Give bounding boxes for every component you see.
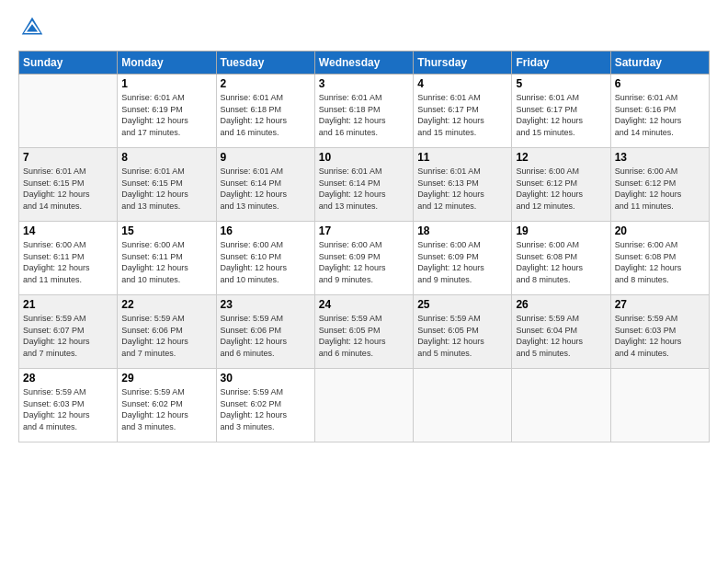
weekday-header-sunday: Sunday — [19, 52, 118, 75]
calendar-cell: 21Sunrise: 5:59 AM Sunset: 6:07 PM Dayli… — [19, 295, 118, 369]
calendar-cell: 28Sunrise: 5:59 AM Sunset: 6:03 PM Dayli… — [19, 369, 118, 442]
calendar-cell: 25Sunrise: 5:59 AM Sunset: 6:05 PM Dayli… — [414, 295, 512, 369]
calendar-cell: 5Sunrise: 6:01 AM Sunset: 6:17 PM Daylig… — [512, 75, 610, 148]
day-number: 13 — [615, 151, 705, 164]
calendar-week-row: 21Sunrise: 5:59 AM Sunset: 6:07 PM Dayli… — [19, 295, 710, 369]
day-number: 25 — [417, 298, 507, 311]
calendar-cell: 13Sunrise: 6:00 AM Sunset: 6:12 PM Dayli… — [610, 148, 709, 222]
calendar-cell: 11Sunrise: 6:01 AM Sunset: 6:13 PM Dayli… — [414, 148, 512, 222]
day-info: Sunrise: 6:01 AM Sunset: 6:15 PM Dayligh… — [23, 166, 113, 212]
weekday-header-thursday: Thursday — [414, 52, 512, 75]
weekday-header-friday: Friday — [512, 52, 610, 75]
weekday-header-tuesday: Tuesday — [216, 52, 314, 75]
day-number: 4 — [417, 77, 507, 90]
day-info: Sunrise: 5:59 AM Sunset: 6:06 PM Dayligh… — [121, 313, 211, 359]
calendar-cell: 3Sunrise: 6:01 AM Sunset: 6:18 PM Daylig… — [314, 75, 413, 148]
day-number: 24 — [319, 298, 409, 311]
calendar-week-row: 28Sunrise: 5:59 AM Sunset: 6:03 PM Dayli… — [19, 369, 710, 442]
calendar-cell — [512, 369, 610, 442]
day-info: Sunrise: 5:59 AM Sunset: 6:05 PM Dayligh… — [417, 313, 507, 359]
day-info: Sunrise: 6:01 AM Sunset: 6:18 PM Dayligh… — [221, 92, 311, 138]
day-number: 16 — [221, 224, 311, 237]
day-info: Sunrise: 6:01 AM Sunset: 6:19 PM Dayligh… — [121, 92, 211, 138]
calendar-cell: 4Sunrise: 6:01 AM Sunset: 6:17 PM Daylig… — [414, 75, 512, 148]
calendar-table: SundayMondayTuesdayWednesdayThursdayFrid… — [18, 51, 710, 442]
weekday-header-saturday: Saturday — [610, 52, 709, 75]
calendar-cell: 29Sunrise: 5:59 AM Sunset: 6:02 PM Dayli… — [118, 369, 216, 442]
calendar-cell: 19Sunrise: 6:00 AM Sunset: 6:08 PM Dayli… — [512, 222, 610, 295]
calendar-week-row: 14Sunrise: 6:00 AM Sunset: 6:11 PM Dayli… — [19, 222, 710, 295]
day-number: 2 — [221, 77, 311, 90]
day-number: 19 — [516, 224, 606, 237]
day-number: 29 — [121, 372, 211, 385]
calendar-cell: 6Sunrise: 6:01 AM Sunset: 6:16 PM Daylig… — [610, 75, 709, 148]
calendar-cell: 17Sunrise: 6:00 AM Sunset: 6:09 PM Dayli… — [314, 222, 413, 295]
day-info: Sunrise: 6:00 AM Sunset: 6:08 PM Dayligh… — [615, 239, 705, 285]
calendar-cell: 18Sunrise: 6:00 AM Sunset: 6:09 PM Dayli… — [414, 222, 512, 295]
day-info: Sunrise: 5:59 AM Sunset: 6:06 PM Dayligh… — [221, 313, 311, 359]
calendar-cell: 12Sunrise: 6:00 AM Sunset: 6:12 PM Dayli… — [512, 148, 610, 222]
day-info: Sunrise: 5:59 AM Sunset: 6:03 PM Dayligh… — [615, 313, 705, 359]
calendar-cell: 20Sunrise: 6:00 AM Sunset: 6:08 PM Dayli… — [610, 222, 709, 295]
day-number: 8 — [121, 151, 211, 164]
day-info: Sunrise: 6:00 AM Sunset: 6:11 PM Dayligh… — [23, 239, 113, 285]
day-info: Sunrise: 5:59 AM Sunset: 6:04 PM Dayligh… — [516, 313, 606, 359]
day-info: Sunrise: 6:01 AM Sunset: 6:15 PM Dayligh… — [121, 166, 211, 212]
day-info: Sunrise: 6:01 AM Sunset: 6:18 PM Dayligh… — [319, 92, 409, 138]
weekday-header-wednesday: Wednesday — [314, 52, 413, 75]
day-number: 27 — [615, 298, 705, 311]
calendar-cell: 8Sunrise: 6:01 AM Sunset: 6:15 PM Daylig… — [118, 148, 216, 222]
day-number: 12 — [516, 151, 606, 164]
calendar-week-row: 1Sunrise: 6:01 AM Sunset: 6:19 PM Daylig… — [19, 75, 710, 148]
calendar-cell: 22Sunrise: 5:59 AM Sunset: 6:06 PM Dayli… — [118, 295, 216, 369]
day-info: Sunrise: 6:00 AM Sunset: 6:12 PM Dayligh… — [615, 166, 705, 212]
day-info: Sunrise: 6:00 AM Sunset: 6:12 PM Dayligh… — [516, 166, 606, 212]
day-number: 1 — [121, 77, 211, 90]
day-info: Sunrise: 6:01 AM Sunset: 6:14 PM Dayligh… — [221, 166, 311, 212]
day-info: Sunrise: 6:01 AM Sunset: 6:17 PM Dayligh… — [417, 92, 507, 138]
day-number: 5 — [516, 77, 606, 90]
day-info: Sunrise: 5:59 AM Sunset: 6:02 PM Dayligh… — [121, 386, 211, 432]
day-number: 7 — [23, 151, 113, 164]
calendar-cell: 16Sunrise: 6:00 AM Sunset: 6:10 PM Dayli… — [216, 222, 314, 295]
calendar-cell — [610, 369, 709, 442]
day-info: Sunrise: 6:00 AM Sunset: 6:08 PM Dayligh… — [516, 239, 606, 285]
day-number: 3 — [319, 77, 409, 90]
day-number: 22 — [121, 298, 211, 311]
day-info: Sunrise: 5:59 AM Sunset: 6:05 PM Dayligh… — [319, 313, 409, 359]
calendar-cell: 26Sunrise: 5:59 AM Sunset: 6:04 PM Dayli… — [512, 295, 610, 369]
calendar-cell: 27Sunrise: 5:59 AM Sunset: 6:03 PM Dayli… — [610, 295, 709, 369]
day-info: Sunrise: 6:00 AM Sunset: 6:09 PM Dayligh… — [417, 239, 507, 285]
day-number: 9 — [221, 151, 311, 164]
day-info: Sunrise: 6:00 AM Sunset: 6:09 PM Dayligh… — [319, 239, 409, 285]
day-info: Sunrise: 6:01 AM Sunset: 6:14 PM Dayligh… — [319, 166, 409, 212]
day-info: Sunrise: 6:01 AM Sunset: 6:16 PM Dayligh… — [615, 92, 705, 138]
calendar-cell: 23Sunrise: 5:59 AM Sunset: 6:06 PM Dayli… — [216, 295, 314, 369]
day-info: Sunrise: 6:01 AM Sunset: 6:13 PM Dayligh… — [417, 166, 507, 212]
calendar-cell — [314, 369, 413, 442]
page: SundayMondayTuesdayWednesdayThursdayFrid… — [0, 0, 728, 563]
day-number: 21 — [23, 298, 113, 311]
day-number: 11 — [417, 151, 507, 164]
day-info: Sunrise: 5:59 AM Sunset: 6:07 PM Dayligh… — [23, 313, 113, 359]
day-info: Sunrise: 6:00 AM Sunset: 6:11 PM Dayligh… — [121, 239, 211, 285]
calendar-cell: 7Sunrise: 6:01 AM Sunset: 6:15 PM Daylig… — [19, 148, 118, 222]
calendar-cell: 24Sunrise: 5:59 AM Sunset: 6:05 PM Dayli… — [314, 295, 413, 369]
day-number: 15 — [121, 224, 211, 237]
calendar-cell — [19, 75, 118, 148]
calendar-week-row: 7Sunrise: 6:01 AM Sunset: 6:15 PM Daylig… — [19, 148, 710, 222]
calendar-cell: 14Sunrise: 6:00 AM Sunset: 6:11 PM Dayli… — [19, 222, 118, 295]
day-info: Sunrise: 5:59 AM Sunset: 6:03 PM Dayligh… — [23, 386, 113, 432]
day-number: 20 — [615, 224, 705, 237]
header — [18, 14, 710, 41]
day-number: 14 — [23, 224, 113, 237]
day-number: 26 — [516, 298, 606, 311]
calendar-cell: 2Sunrise: 6:01 AM Sunset: 6:18 PM Daylig… — [216, 75, 314, 148]
day-number: 10 — [319, 151, 409, 164]
calendar-cell: 9Sunrise: 6:01 AM Sunset: 6:14 PM Daylig… — [216, 148, 314, 222]
weekday-header-monday: Monday — [118, 52, 216, 75]
day-info: Sunrise: 6:01 AM Sunset: 6:17 PM Dayligh… — [516, 92, 606, 138]
day-number: 17 — [319, 224, 409, 237]
calendar-cell: 10Sunrise: 6:01 AM Sunset: 6:14 PM Dayli… — [314, 148, 413, 222]
calendar-cell: 30Sunrise: 5:59 AM Sunset: 6:02 PM Dayli… — [216, 369, 314, 442]
